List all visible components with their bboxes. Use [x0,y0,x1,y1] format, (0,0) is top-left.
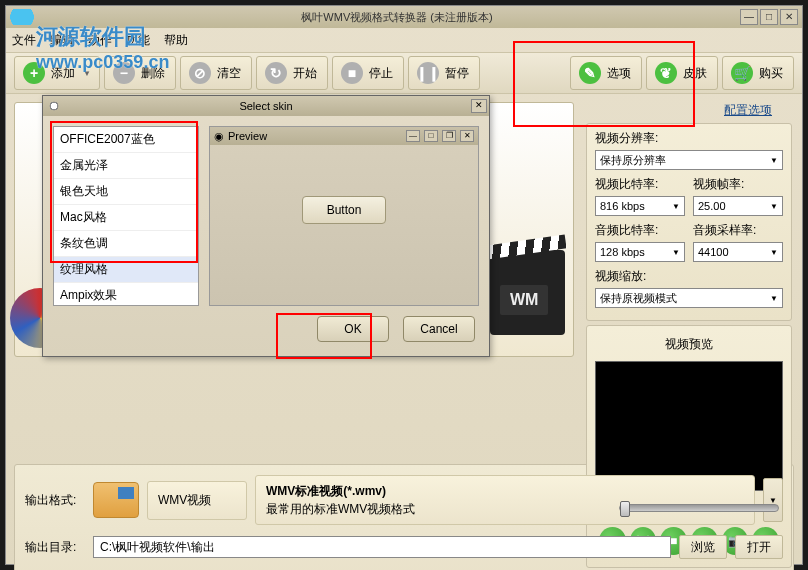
preview-max-button[interactable]: □ [424,130,438,142]
fps-select[interactable]: 25.00▼ [693,196,783,216]
preview-close-button[interactable]: ✕ [460,130,474,142]
maximize-button[interactable]: □ [760,9,778,25]
vbitrate-select[interactable]: 816 kbps▼ [595,196,685,216]
vbitrate-label: 视频比特率: [595,176,685,193]
dialog-icon [47,99,61,113]
preview-sample-button[interactable]: Button [302,196,387,224]
preview-min-button[interactable]: — [406,130,420,142]
srate-label: 音频采样率: [693,222,783,239]
preview-header: 视频预览 [595,332,783,357]
fps-label: 视频帧率: [693,176,783,193]
preview-label: Preview [228,130,267,142]
cancel-button[interactable]: Cancel [403,316,475,342]
stop-button[interactable]: ■停止 [332,56,404,90]
buy-button[interactable]: 🛒购买 [722,56,794,90]
skin-item[interactable]: 银色天地 [54,179,198,205]
redo-icon: ↻ [265,62,287,84]
wmv-badge: WM [500,285,548,315]
menu-file[interactable]: 文件 [12,32,36,49]
preview-screen [595,361,783,491]
browse-button[interactable]: 浏览 [679,535,727,559]
preview-panel-dialog: ◉ Preview — □ ❐ ✕ Button [209,126,479,306]
skin-item[interactable]: 条纹色调 [54,231,198,257]
skin-item[interactable]: OFFICE2007蓝色 [54,127,198,153]
config-link[interactable]: 配置选项 [724,103,772,117]
pause-button[interactable]: ❙❙暂停 [408,56,480,90]
format-dropdown-button[interactable]: ▼ [763,478,783,522]
format-desc: WMV标准视频(*.wmv) 最常用的标准WMV视频格式 [255,475,755,525]
skin-item[interactable]: Ampix效果 [54,283,198,306]
skin-item[interactable]: Mac风格 [54,205,198,231]
preview-panel: 视频预览 ▶ ❙❙ ■ ⏮ 📷 📁 [586,325,792,568]
skin-item[interactable]: 金属光泽 [54,153,198,179]
open-button[interactable]: 打开 [735,535,783,559]
watermark: 河源软件园 www.pc0359.cn [36,22,169,73]
options-panel: 视频分辨率: 保持原分辨率▼ 视频比特率:816 kbps▼ 视频帧率:25.0… [586,123,792,321]
format-icon [93,482,139,518]
resolution-label: 视频分辨率: [595,130,783,147]
select-skin-dialog: Select skin ✕ OFFICE2007蓝色金属光泽银色天地Mac风格条… [42,95,490,357]
ok-button[interactable]: OK [317,316,389,342]
clear-icon: ⊘ [189,62,211,84]
start-button[interactable]: ↻开始 [256,56,328,90]
skin-list[interactable]: OFFICE2007蓝色金属光泽银色天地Mac风格条纹色调纹理风格Ampix效果… [53,126,199,306]
options-button[interactable]: ✎选项 [570,56,642,90]
resolution-select[interactable]: 保持原分辨率▼ [595,150,783,170]
preview-restore-button[interactable]: ❐ [442,130,456,142]
abitrate-label: 音频比特率: [595,222,685,239]
close-button[interactable]: ✕ [780,9,798,25]
seek-slider[interactable] [619,504,779,512]
dir-input[interactable] [93,536,671,558]
stop-icon: ■ [341,62,363,84]
slider-thumb[interactable] [620,501,630,517]
dialog-titlebar: Select skin ✕ [43,96,489,116]
skin-button[interactable]: ❦皮肤 [646,56,718,90]
format-label: 输出格式: [25,492,85,509]
clear-button[interactable]: ⊘清空 [180,56,252,90]
skin-item[interactable]: 纹理风格 [54,257,198,283]
disc-icon: ◉ [214,130,224,143]
scale-select[interactable]: 保持原视频模式▼ [595,288,783,308]
format-name: WMV视频 [147,481,247,520]
dialog-close-button[interactable]: ✕ [471,99,487,113]
scale-label: 视频缩放: [595,268,783,285]
apple-icon: ❦ [655,62,677,84]
dir-label: 输出目录: [25,539,85,556]
srate-select[interactable]: 44100▼ [693,242,783,262]
pause-icon: ❙❙ [417,62,439,84]
cart-icon: 🛒 [731,62,753,84]
minimize-button[interactable]: — [740,9,758,25]
wrench-icon: ✎ [579,62,601,84]
abitrate-select[interactable]: 128 kbps▼ [595,242,685,262]
